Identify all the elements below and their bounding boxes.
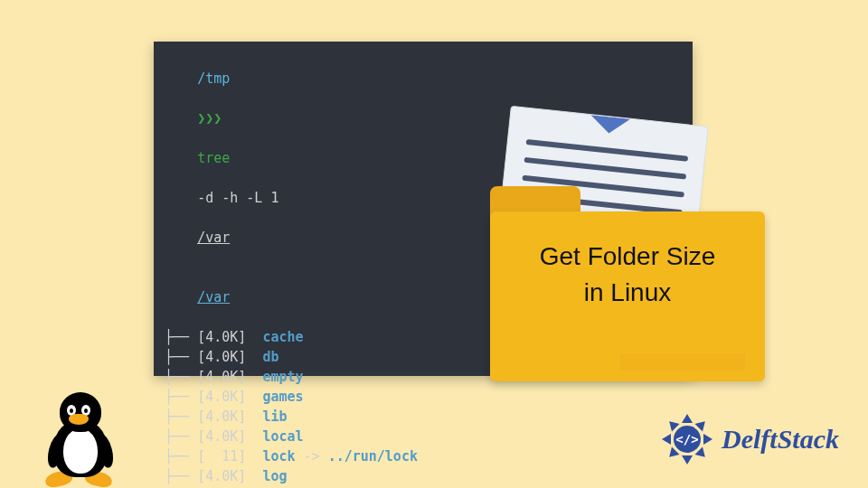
prompt-arg-path: /var (197, 230, 230, 246)
svg-marker-6 (665, 418, 680, 432)
svg-text:</>: </> (675, 432, 698, 446)
svg-marker-1 (682, 455, 693, 465)
tree-row: ├── [ 11] lock -> ../run/lock (165, 446, 682, 466)
brand-logo: </> DelftStack (660, 412, 839, 466)
tree-row: ├── [4.0K] log (165, 466, 682, 486)
tree-row: ├── [4.0K] games (165, 387, 682, 407)
folder-title: Get Folder Size in Linux (490, 239, 765, 311)
brand-icon: </> (660, 412, 714, 466)
prompt-angles: ❯❯❯ (197, 110, 222, 127)
svg-marker-4 (695, 418, 710, 432)
svg-marker-0 (682, 414, 693, 423)
svg-marker-2 (662, 434, 671, 445)
tree-row: ├── [4.0K] local (165, 427, 682, 446)
svg-marker-5 (665, 446, 680, 461)
prompt-cwd: /tmp (197, 70, 230, 87)
progress-bar (620, 354, 745, 371)
tux-icon (38, 389, 123, 486)
brand-name: DelftStack (722, 424, 839, 455)
prompt-command: tree (197, 150, 230, 166)
tree-row: ├── [4.0K] lib (165, 407, 682, 427)
svg-marker-7 (695, 446, 710, 461)
svg-marker-3 (703, 434, 712, 445)
prompt-args: -d -h -L 1 (197, 190, 278, 206)
folder-icon: Get Folder Size in Linux (490, 186, 765, 381)
